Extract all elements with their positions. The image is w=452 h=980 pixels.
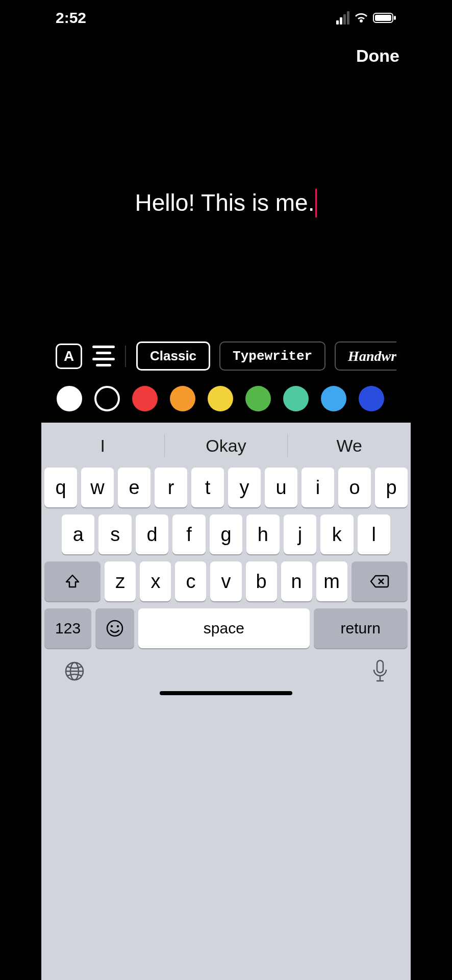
home-indicator[interactable] <box>160 691 292 695</box>
key-f[interactable]: f <box>172 514 205 554</box>
key-w[interactable]: w <box>81 468 114 507</box>
color-white[interactable] <box>57 386 82 411</box>
editable-text[interactable]: Hello! This is me. <box>135 189 317 219</box>
svg-point-5 <box>117 625 119 627</box>
key-y[interactable]: y <box>228 468 261 507</box>
text-content: Hello! This is me. <box>135 189 315 216</box>
status-icons <box>336 11 396 24</box>
key-l[interactable]: l <box>358 514 390 554</box>
emoji-key[interactable] <box>95 608 134 648</box>
text-style-button[interactable]: A <box>56 344 82 369</box>
numbers-key[interactable]: 123 <box>44 608 91 648</box>
font-option-classic[interactable]: Classic <box>136 341 210 371</box>
svg-rect-2 <box>394 16 396 20</box>
color-sky[interactable] <box>321 386 346 411</box>
keyboard-row-2: asdfghjkl <box>44 514 408 554</box>
key-h[interactable]: h <box>246 514 279 554</box>
key-z[interactable]: z <box>105 561 136 601</box>
font-option-typewriter[interactable]: Typewriter <box>219 341 325 371</box>
dictation-icon[interactable] <box>372 659 388 683</box>
suggestion-3[interactable]: We <box>288 436 411 456</box>
key-j[interactable]: j <box>284 514 316 554</box>
color-blue[interactable] <box>359 386 384 411</box>
key-r[interactable]: r <box>155 468 187 507</box>
toolbar-divider <box>125 346 126 367</box>
font-selector[interactable]: ClassicTypewriterHandwrit <box>136 341 396 371</box>
svg-point-3 <box>107 621 122 636</box>
cellular-signal-icon <box>336 11 349 24</box>
key-p[interactable]: p <box>375 468 408 507</box>
key-x[interactable]: x <box>140 561 171 601</box>
key-q[interactable]: q <box>44 468 77 507</box>
status-time: 2:52 <box>56 9 86 27</box>
svg-point-4 <box>111 625 113 627</box>
keyboard-row-1: qwertyuiop <box>44 468 408 507</box>
keyboard-bottom-bar <box>41 651 411 687</box>
shift-key[interactable] <box>44 561 101 601</box>
key-i[interactable]: i <box>302 468 334 507</box>
key-v[interactable]: v <box>210 561 241 601</box>
key-a[interactable]: a <box>62 514 94 554</box>
color-selector[interactable] <box>56 386 396 411</box>
space-key[interactable]: space <box>138 608 309 648</box>
key-m[interactable]: m <box>316 561 347 601</box>
key-o[interactable]: o <box>338 468 371 507</box>
text-align-button[interactable] <box>92 346 115 366</box>
color-orange[interactable] <box>170 386 195 411</box>
editor-header: Done <box>41 36 411 66</box>
text-canvas[interactable]: Hello! This is me. <box>41 66 411 341</box>
keyboard-row-4: 123 space return <box>44 608 408 648</box>
text-cursor <box>315 189 317 217</box>
key-c[interactable]: c <box>175 561 206 601</box>
status-bar: 2:52 <box>41 0 411 36</box>
color-teal[interactable] <box>283 386 309 411</box>
text-toolbar: A ClassicTypewriterHandwrit <box>41 341 411 423</box>
color-black[interactable] <box>94 386 120 411</box>
key-e[interactable]: e <box>118 468 150 507</box>
font-option-handwriting[interactable]: Handwrit <box>335 341 396 371</box>
key-k[interactable]: k <box>320 514 353 554</box>
toolbar-top-row: A ClassicTypewriterHandwrit <box>56 341 396 371</box>
key-g[interactable]: g <box>210 514 242 554</box>
svg-rect-1 <box>375 15 391 21</box>
color-green[interactable] <box>245 386 271 411</box>
key-t[interactable]: t <box>191 468 224 507</box>
key-u[interactable]: u <box>265 468 297 507</box>
color-red[interactable] <box>132 386 158 411</box>
wifi-icon <box>354 12 369 23</box>
key-s[interactable]: s <box>98 514 131 554</box>
globe-icon[interactable] <box>64 660 85 682</box>
ios-keyboard: I Okay We qwertyuiop asdfghjkl zxcvbnm 1… <box>41 423 411 980</box>
suggestion-1[interactable]: I <box>41 436 164 456</box>
suggestion-2[interactable]: Okay <box>165 436 288 456</box>
backspace-key[interactable] <box>351 561 408 601</box>
done-button[interactable]: Done <box>356 46 399 66</box>
svg-rect-9 <box>377 660 383 673</box>
key-n[interactable]: n <box>281 561 312 601</box>
keyboard-row-3: zxcvbnm <box>44 561 408 601</box>
keyboard-suggestions: I Okay We <box>41 428 411 463</box>
key-b[interactable]: b <box>246 561 277 601</box>
key-d[interactable]: d <box>136 514 168 554</box>
color-yellow[interactable] <box>208 386 233 411</box>
battery-icon <box>373 12 396 23</box>
return-key[interactable]: return <box>314 608 408 648</box>
